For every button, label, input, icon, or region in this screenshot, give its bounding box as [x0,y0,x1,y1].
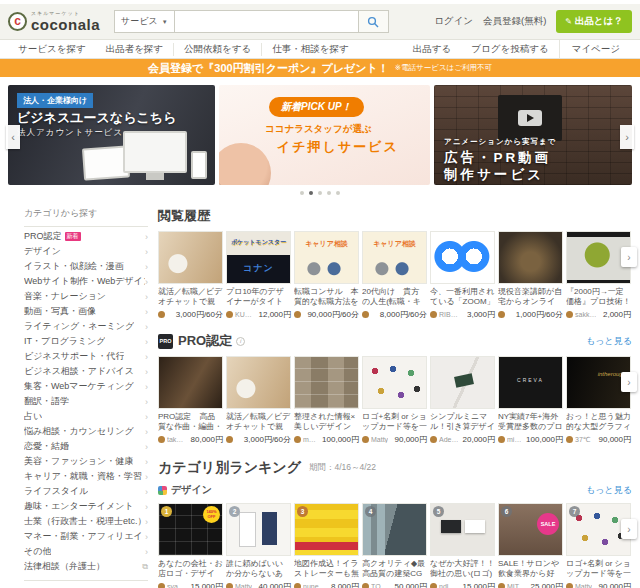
nav-mypage[interactable]: マイページ [559,40,632,58]
sidebar-item[interactable]: PRO認定新着› [24,229,148,244]
service-card[interactable]: 5なぜか大好評！！御社の思い(ロゴ)ndl…15,000円 [430,503,495,588]
service-meta: ndl…15,000円 [430,581,495,588]
banner-staff-pickup[interactable]: 新着PICK UP！ ココナラスタッフが選ぶ イチ押しサービス [219,85,430,185]
sidebar-item[interactable]: 趣味・エンターテイメント› [24,499,148,514]
service-price: 2,000円 [603,309,631,320]
promo-badge: 140% OFF [203,506,220,523]
sidebar-item[interactable]: 恋愛・結婚› [24,439,148,454]
new-badge: 新着 [65,232,81,241]
search-button[interactable] [359,10,389,33]
rank-badge: 5 [433,506,444,517]
banner-line2: 制作サービス [444,166,544,184]
chevron-right-icon: › [145,457,148,467]
banner-title: ビジネスユースならこちら [17,109,176,127]
login-link[interactable]: ログイン [434,15,473,28]
service-card[interactable]: 『2000円→一定価格』プロ技術！音sakk…2,000円 [566,231,631,320]
sidebar-item[interactable]: IT・プログラミング› [24,334,148,349]
section-pro: PRO PRO認定 i もっと見る › PRO認定 高品質な作曲・編曲・プロデt… [158,332,632,445]
service-card[interactable]: ポケットモンスターコナンプロ10年のデザイナーがタイトルロゴKU…12,000円 [226,231,291,320]
nav-public-request[interactable]: 公開依頼をする [173,43,261,56]
sidebar-item[interactable]: マネー・副業・アフィリエイト› [24,529,148,544]
service-card[interactable]: 3地図作成込！イラストレーターも無料でnune…8,000円 [294,503,359,588]
sidebar-item[interactable]: キャリア・就職・資格・学習› [24,469,148,484]
sidebar-item[interactable]: 悩み相談・カウンセリング› [24,424,148,439]
nav-find-sellers[interactable]: 出品者を探す [96,43,173,56]
service-card[interactable]: 就活／転職／ビデオチャットで親身に相3,000円/60分 [226,356,291,445]
sidebar-item[interactable]: 占い› [24,409,148,424]
sidebar-item[interactable]: 音楽・ナレーション› [24,289,148,304]
sidebar-item[interactable]: 美容・ファッション・健康› [24,454,148,469]
pro-more-link[interactable]: もっと見る [586,335,632,348]
service-card[interactable]: シンプルミニマル！引き算デザインプラAde…20,000円 [430,356,495,445]
sidebar-item[interactable]: ビジネスサポート・代行› [24,349,148,364]
nav-post-blog[interactable]: ブログを投稿する [461,43,558,56]
carousel-dot[interactable] [318,191,322,195]
service-card[interactable]: 2誰に頼めばいいか分からないあなたへMatty40,000円 [226,503,291,588]
service-card[interactable]: キャリア相談転職コンサル 本質的な転職方法を一緒90,000円/60分 [294,231,359,320]
sidebar-item[interactable]: その他› [24,544,148,559]
carousel-prev-button[interactable]: ‹ [6,125,20,149]
carousel-dot[interactable] [300,191,304,195]
carousel-dot[interactable] [327,191,331,195]
sidebar-item[interactable]: 集客・Webマーケティング› [24,379,148,394]
service-card[interactable]: 就活／転職／ビデオチャットで親身に相3,000円/60分 [158,231,223,320]
sidebar-item[interactable]: 士業（行政書士・税理士etc.）› [24,514,148,529]
row-next-button[interactable]: › [621,519,637,539]
service-card[interactable]: CREVANY実績7年+海外受賞歴多数のプロがmi…100,000円 [498,356,563,445]
service-thumbnail [362,356,427,409]
ranking-card-row: › 1140% OFFあなたの会社・お店ロゴ・デザインをsva…15,000円2… [158,503,632,588]
sidebar-item[interactable]: ビジネス相談・アドバイス› [24,364,148,379]
seller-name: Matty [235,583,252,588]
sidebar-item-label: ライフスタイル [24,485,88,498]
chevron-right-icon: › [145,472,148,482]
seller-avatar [158,436,165,443]
service-card[interactable]: 4高クオリティ◆最高品質の建築CGパーTO…50,000円 [362,503,427,588]
sell-cta-button[interactable]: ✎ 出品とは？ [556,10,632,33]
chevron-right-icon: › [145,487,148,497]
sidebar-item[interactable]: 動画・写真・画像› [24,304,148,319]
nav-sell[interactable]: 出品する [403,43,461,56]
sidebar-item[interactable]: デザイン› [24,244,148,259]
header: c スキルマーケット coconala サービス ▼ ログイン 会員登録(無料) [0,4,640,40]
sidebar-item-label: デザイン [24,245,61,258]
nav-find-jobs[interactable]: 仕事・相談を探す [261,43,358,56]
banner-business-account[interactable]: 法人・企業様向け ビジネスユースならこちら 法人アカウントサービス [8,85,215,185]
banner-video-production[interactable]: アニメーションから実写まで 広告・PR動画 制作サービス [434,85,632,185]
service-card[interactable]: 今、一番利用されている「ZOOM」のRIB…3,000円 [430,231,495,320]
row-next-button[interactable]: › [621,247,637,267]
service-card[interactable]: 現役音楽講師が自宅からオンラインギタ1,000円/60分 [498,231,563,320]
service-card[interactable]: ロゴ+名刺 or ショップカード等を一Matty90,000円 [362,356,427,445]
ranking-more-link[interactable]: もっと見る [586,484,632,497]
info-icon[interactable]: i [236,337,245,346]
sidebar-item[interactable]: 法律相談（弁護士）⧉ [24,559,148,574]
search-category-dropdown[interactable]: サービス ▼ [114,10,174,33]
sidebar-item[interactable]: 翻訳・語学› [24,394,148,409]
row-next-button[interactable]: › [621,372,637,392]
service-card[interactable]: intheroughおっ！と思う魅力的な大型グラフィック37℃90,000円 [566,356,631,445]
service-price: 50,000円 [395,581,427,588]
sidebar-item[interactable]: Webサイト制作・Webデザイン› [24,274,148,289]
carousel-dot[interactable] [309,191,313,195]
search-input[interactable] [174,10,359,33]
signup-link[interactable]: 会員登録(無料) [483,15,546,28]
sidebar-item[interactable]: イラスト・似顔絵・漫画› [24,259,148,274]
coupon-banner[interactable]: 会員登録で『300円割引クーポン』プレゼント！ ※電話サービスはご利用不可 [0,59,640,77]
sidebar-item[interactable]: ライティング・ネーミング› [24,319,148,334]
service-price: 100,000円 [526,434,563,445]
nav-find-services[interactable]: サービスを探す [8,43,96,56]
seller-avatar [566,311,573,318]
service-card[interactable]: 6SALESALE！サロンや飲食業界から好評！MIT…25,000円 [498,503,563,588]
service-card[interactable]: 7ロゴ+名刺 or ショップカード等を一Matty90,000円 [566,503,631,588]
service-card[interactable]: PRO認定 高品質な作曲・編曲・プロデtak…80,000円 [158,356,223,445]
sidebar-item-label: ライティング・ネーミング [24,320,134,333]
service-card[interactable]: 整理された情報×美しいデザインで差をm…100,000円 [294,356,359,445]
carousel-next-button[interactable]: › [620,125,634,149]
service-card[interactable]: 1140% OFFあなたの会社・お店ロゴ・デザインをsva…15,000円 [158,503,223,588]
service-thumbnail [158,356,223,409]
sidebar-item[interactable]: ライフスタイル› [24,484,148,499]
coconala-logo[interactable]: c スキルマーケット coconala [8,11,100,32]
seller-avatar [498,436,505,443]
service-card[interactable]: キャリア相談20代向け 貴方の人生(転職・キャリ8,000円/60分 [362,231,427,320]
service-meta: 3,000円/60分 [158,309,223,320]
carousel-dot[interactable] [336,191,340,195]
